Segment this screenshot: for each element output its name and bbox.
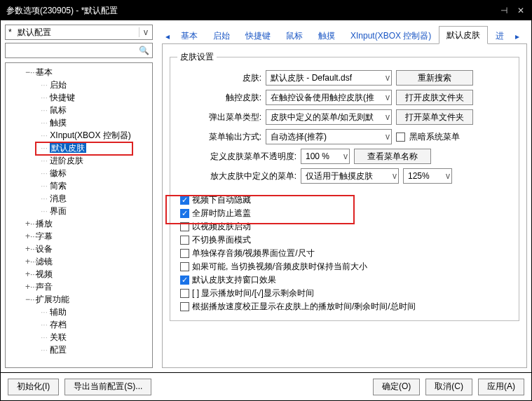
tab[interactable]: 鼠标 [278, 27, 311, 44]
checkbox[interactable]: ✓ [180, 196, 189, 205]
tree-item[interactable]: ··· 消息 [7, 192, 151, 205]
tree-item[interactable]: ··· 进阶皮肤 [7, 154, 151, 167]
checkbox-label: 不切换界面模式 [192, 234, 251, 246]
tree-item[interactable]: ··· 快捷键 [7, 91, 151, 104]
tree-item-label: 启始 [50, 80, 67, 90]
tab-bar: ◂ 基本启始快捷键鼠标触摸XInput(XBOX 控制器)默认皮肤进▸ [162, 25, 527, 44]
label-touchskin: 触控皮肤: [177, 92, 261, 104]
tree-item[interactable]: ··· 启始 [7, 79, 151, 91]
close-icon[interactable]: ✕ [516, 6, 526, 15]
checkbox[interactable] [180, 262, 189, 271]
tree-toggle-icon[interactable]: +··· [25, 217, 34, 230]
tree-item[interactable]: ··· 存档 [7, 318, 151, 331]
btn-initialize[interactable]: 初始化(I) [8, 379, 59, 395]
checkbox[interactable]: ✓ [180, 209, 189, 218]
tree-item[interactable]: +··· 视频 [7, 268, 151, 280]
btn-open-menu-folder[interactable]: 打开菜单文件夹 [396, 109, 473, 125]
chevron-down-icon: v [443, 171, 450, 181]
btn-open-skin-folder[interactable]: 打开皮肤文件夹 [396, 90, 473, 105]
tree-item[interactable]: −··· 基本 [7, 66, 151, 79]
btn-export-config[interactable]: 导出当前配置(S)... [64, 379, 151, 395]
combo-touchskin[interactable]: 在触控设备使用触控皮肤(推v [266, 90, 392, 105]
checkbox-label: 默认皮肤支持窗口效果 [192, 274, 276, 286]
star-icon: * [6, 27, 15, 37]
checkbox[interactable] [180, 302, 189, 311]
label-skin: 皮肤: [177, 72, 261, 84]
tree-toggle-icon[interactable]: +··· [25, 255, 34, 268]
tab[interactable]: 启始 [205, 27, 238, 44]
checkbox[interactable] [180, 249, 189, 258]
combo-output[interactable]: 自动选择(推荐)v [266, 129, 392, 144]
checkbox[interactable] [180, 222, 189, 231]
tab[interactable]: XInput(XBOX 控制器) [343, 27, 439, 44]
tree-item-label: 滤镜 [36, 257, 53, 266]
combo-popup[interactable]: 皮肤中定义的菜单/如无则默v [266, 109, 392, 125]
tree-item[interactable]: ··· 关联 [7, 331, 151, 344]
tree-item[interactable]: +··· 字幕 [7, 230, 151, 243]
tree-item[interactable]: ··· 触摸 [7, 116, 151, 129]
tree-item[interactable]: −··· 扩展功能 [7, 293, 151, 306]
btn-view-menu-names[interactable]: 查看菜单名称 [354, 149, 431, 164]
tree-item-label: 徽标 [50, 168, 67, 178]
checkbox-row: ✓全屏时防止遮盖 [177, 207, 512, 220]
tree-item-label: 辅助 [50, 307, 67, 317]
tab[interactable]: 默认皮肤 [439, 26, 488, 44]
checkbox-row: ✓默认皮肤支持窗口效果 [177, 273, 512, 287]
tree-toggle-icon[interactable]: −··· [25, 66, 34, 79]
checkbox-label: [ ] 显示播放时间/[√]显示剩余时间 [192, 287, 314, 299]
tree-item-label: 扩展功能 [36, 294, 69, 304]
tree-item[interactable]: ··· 鼠标 [7, 104, 151, 116]
tree-toggle-icon[interactable]: +··· [25, 268, 34, 280]
search-input[interactable] [6, 46, 136, 55]
tree-item-label: 进阶皮肤 [50, 156, 83, 165]
btn-ok[interactable]: 确定(O) [373, 379, 420, 395]
checkbox-label: 视频下自动隐藏 [192, 194, 251, 206]
tree-item[interactable]: ··· 辅助 [7, 306, 151, 318]
tree-item[interactable]: ··· 徽标 [7, 167, 151, 179]
tree-item-label: 默认皮肤 [50, 143, 86, 153]
tree-item[interactable]: +··· 设备 [7, 243, 151, 255]
tree-item[interactable]: +··· 声音 [7, 280, 151, 293]
checkbox[interactable] [180, 289, 189, 298]
config-select[interactable]: * 默认配置 v [5, 25, 153, 40]
tab-scroll-left[interactable]: ◂ [162, 28, 173, 44]
tab-scroll-right[interactable]: ▸ [512, 28, 523, 44]
tree-item[interactable]: +··· 滤镜 [7, 255, 151, 268]
combo-zoom-pct[interactable]: 125%v [403, 168, 452, 184]
btn-apply[interactable]: 应用(A) [478, 379, 524, 395]
search-icon[interactable]: 🔍 [136, 46, 152, 55]
checkbox-row: 根据播放速度校正显示在皮肤上的播放时间/剩余时间/总时间 [177, 300, 512, 313]
checkbox-label: 根据播放速度校正显示在皮肤上的播放时间/剩余时间/总时间 [192, 301, 416, 313]
checkbox[interactable] [180, 236, 189, 245]
checkbox-label: 单独保存音频/视频界面位置/尺寸 [192, 247, 315, 259]
combo-opacity[interactable]: 100 %v [301, 149, 350, 164]
btn-cancel[interactable]: 取消(C) [425, 379, 472, 395]
pin-icon[interactable]: ⊣ [499, 6, 509, 15]
combo-skin[interactable]: 默认皮肤 - Default.dsfv [266, 70, 392, 86]
tab[interactable]: 基本 [173, 27, 205, 44]
chevron-down-icon: v [383, 112, 390, 122]
combo-zoom-mode[interactable]: 仅适用于触摸皮肤v [301, 168, 399, 184]
tree-item-label: XInput(XBOX 控制器) [50, 130, 130, 140]
tree-item[interactable]: ··· 简索 [7, 179, 151, 192]
chevron-down-icon: v [139, 27, 152, 37]
checkbox-row: [ ] 显示播放时间/[√]显示剩余时间 [177, 287, 512, 300]
tree-item[interactable]: ··· 默认皮肤 [7, 142, 151, 154]
checkbox[interactable]: ✓ [180, 276, 189, 285]
tab[interactable]: 触摸 [311, 27, 343, 44]
tree-toggle-icon[interactable]: +··· [25, 280, 34, 293]
tree-item[interactable]: ··· 界面 [7, 205, 151, 217]
tab[interactable]: 快捷键 [238, 27, 278, 44]
nav-tree[interactable]: −··· 基本··· 启始··· 快捷键··· 鼠标··· 触摸··· XInp… [5, 62, 153, 368]
tree-item[interactable]: +··· 播放 [7, 217, 151, 230]
tree-item[interactable]: ··· XInput(XBOX 控制器) [7, 129, 151, 142]
search-box[interactable]: 🔍 [5, 43, 153, 58]
chk-dark-menu[interactable] [396, 132, 405, 142]
tab[interactable]: 进 [488, 27, 512, 44]
chevron-down-icon: v [383, 73, 390, 83]
tree-item[interactable]: ··· 配置 [7, 344, 151, 356]
tree-toggle-icon[interactable]: −··· [25, 293, 34, 306]
tree-toggle-icon[interactable]: +··· [25, 243, 34, 255]
tree-toggle-icon[interactable]: +··· [25, 230, 34, 243]
btn-rescan[interactable]: 重新搜索 [396, 70, 473, 86]
